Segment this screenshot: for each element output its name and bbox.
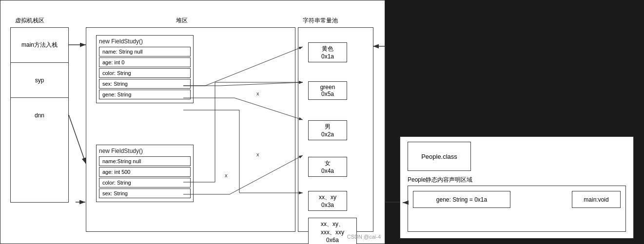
vs-cell-main: main方法入栈 [11, 28, 68, 63]
sp-item-6: xx、xy、 xxx、xxy 0x6a [308, 218, 357, 244]
fs1-title: new FieldStudy() [99, 38, 191, 45]
fieldstudy-box-2: new FieldStudy() name:String null age: i… [96, 145, 194, 202]
sp-item-2: green 0x5a [308, 81, 347, 100]
fs2-field-color: color: String [99, 178, 191, 188]
string-pool-label: 字符串常量池 [303, 17, 338, 25]
sp-item-3: 男 0x2a [308, 120, 347, 140]
people-static-area: gene: String = 0x1a main:void [408, 186, 626, 232]
fs1-field-gene: gene: String [99, 90, 191, 99]
people-static-label: People静态内容声明区域 [408, 176, 472, 184]
gene-field-box: gene: String = 0x1a [413, 191, 510, 208]
right-dark-panel [385, 0, 644, 136]
main-void-box: main:void [572, 191, 621, 208]
fieldstudy-box-1: new FieldStudy() name: String null age: … [96, 35, 194, 103]
fs2-field-age: age: int 500 [99, 167, 191, 177]
fs2-field-name: name:String null [99, 156, 191, 166]
fs2-field-sex: sex: String [99, 188, 191, 198]
heap-box: new FieldStudy() name: String null age: … [86, 27, 295, 232]
fs2-title: new FieldStudy() [99, 148, 191, 154]
sp-item-1: 黄色 0x1a [308, 42, 347, 62]
people-class-title-box: People.class [408, 142, 471, 171]
fs1-field-name: name: String null [99, 47, 191, 56]
watermark: CSDN @cai-4 [347, 234, 381, 240]
fs1-field-color: color: String [99, 68, 191, 78]
sp-item-4: 女 0x4a [308, 157, 347, 177]
string-pool-box: 黄色 0x1a green 0x5a 男 0x2a 女 0x4a xx、xy 0… [298, 27, 373, 232]
vs-cell-syp: syp [11, 63, 68, 98]
people-class-panel: People.class People静态内容声明区域 gene: String… [400, 136, 634, 239]
sp-item-5: xx、xy 0x3a [308, 191, 347, 211]
svg-line-1 [69, 115, 86, 164]
fs1-field-sex: sex: String [99, 79, 191, 89]
virtual-stack-label: 虚拟机栈区 [15, 17, 44, 25]
vs-cell-dnn: dnn [11, 98, 68, 133]
virtual-stack-box: main方法入栈 syp dnn [10, 27, 69, 203]
heap-label: 堆区 [176, 17, 188, 25]
diagram-container: 虚拟机栈区 堆区 字符串常量池 main方法入栈 syp dnn new Fie… [0, 0, 385, 244]
fs1-field-age: age: int 0 [99, 57, 191, 67]
